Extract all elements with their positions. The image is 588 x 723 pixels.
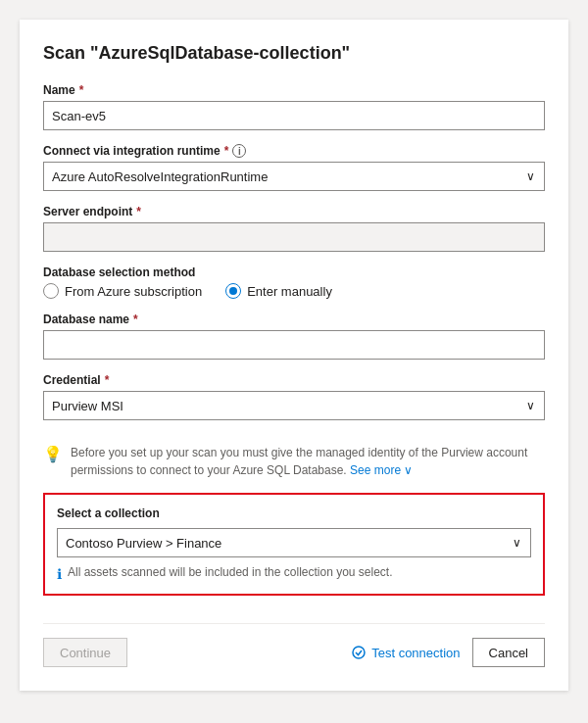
cancel-button[interactable]: Cancel xyxy=(472,638,545,667)
credential-select-wrapper: Purview MSI xyxy=(43,391,545,420)
test-connection-icon xyxy=(352,646,366,659)
footer-right: Test connection Cancel xyxy=(352,638,545,667)
name-required: * xyxy=(79,83,84,97)
info-box: 💡 Before you set up your scan you must g… xyxy=(43,434,545,479)
runtime-select-wrapper: Azure AutoResolveIntegrationRuntime xyxy=(43,162,545,191)
db-name-field-group: Database name * xyxy=(43,313,545,360)
runtime-field-group: Connect via integration runtime * i Azur… xyxy=(43,144,545,191)
scan-panel: Scan "AzureSqlDatabase-collection" Name … xyxy=(20,20,568,691)
radio-enter-manually[interactable]: Enter manually xyxy=(225,283,332,299)
credential-select[interactable]: Purview MSI xyxy=(43,391,545,420)
collection-section: Select a collection Contoso Purview > Fi… xyxy=(43,493,545,596)
collection-section-label: Select a collection xyxy=(57,506,531,520)
collection-select[interactable]: Contoso Purview > Finance xyxy=(57,528,531,557)
runtime-required: * xyxy=(224,144,229,158)
radio-from-azure[interactable]: From Azure subscription xyxy=(43,283,202,299)
collection-select-wrapper: Contoso Purview > Finance xyxy=(57,528,531,557)
collection-info: ℹ All assets scanned will be included in… xyxy=(57,565,531,582)
db-name-required: * xyxy=(133,313,138,326)
radio-enter-manually-label: Enter manually xyxy=(247,284,332,299)
server-endpoint-input[interactable] xyxy=(43,222,545,252)
credential-required: * xyxy=(105,373,110,387)
radio-from-azure-label: From Azure subscription xyxy=(65,284,202,299)
server-endpoint-field-group: Server endpoint * xyxy=(43,205,545,252)
radio-group: From Azure subscription Enter manually xyxy=(43,283,545,299)
name-input[interactable] xyxy=(43,101,545,130)
radio-enter-manually-circle xyxy=(225,283,241,299)
name-field-group: Name * xyxy=(43,83,545,130)
info-text: Before you set up your scan you must giv… xyxy=(71,444,545,479)
svg-point-0 xyxy=(353,647,365,658)
db-selection-label: Database selection method xyxy=(43,265,545,279)
collection-info-text: All assets scanned will be included in t… xyxy=(68,565,393,579)
credential-label: Credential * xyxy=(43,373,545,387)
continue-button: Continue xyxy=(43,638,127,667)
server-endpoint-label: Server endpoint * xyxy=(43,205,545,218)
collection-info-icon: ℹ xyxy=(57,566,62,582)
panel-title: Scan "AzureSqlDatabase-collection" xyxy=(43,43,545,64)
runtime-select[interactable]: Azure AutoResolveIntegrationRuntime xyxy=(43,162,545,191)
runtime-label: Connect via integration runtime * i xyxy=(43,144,545,158)
db-name-label: Database name * xyxy=(43,313,545,326)
radio-from-azure-circle xyxy=(43,283,59,299)
name-label: Name * xyxy=(43,83,545,97)
bulb-icon: 💡 xyxy=(43,445,63,463)
runtime-info-icon[interactable]: i xyxy=(232,144,246,158)
server-required: * xyxy=(136,205,141,218)
test-connection-button[interactable]: Test connection xyxy=(352,646,460,660)
footer: Continue Test connection Cancel xyxy=(43,623,545,667)
db-selection-field-group: Database selection method From Azure sub… xyxy=(43,265,545,299)
see-more-link[interactable]: See more ∨ xyxy=(350,463,413,477)
db-name-input[interactable] xyxy=(43,330,545,360)
credential-field-group: Credential * Purview MSI xyxy=(43,373,545,420)
